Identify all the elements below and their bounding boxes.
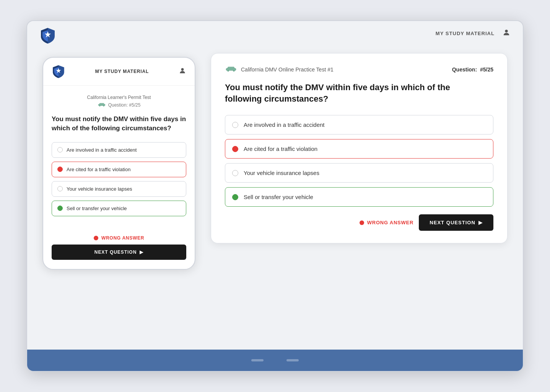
desktop-question-text: You must notify the DMV within five days…: [225, 82, 485, 104]
desktop-option-text-1: Are involved in a traffic accident: [244, 121, 325, 128]
mobile-option-text-4: Sell or transfer your vehicle: [67, 206, 127, 211]
desktop-answer-4[interactable]: Sell or transfer your vehicle: [225, 187, 493, 207]
mobile-answer-1[interactable]: Are involved in a traffic accident: [52, 142, 186, 158]
bottom-indicator-2: [286, 359, 299, 361]
desktop-answer-3[interactable]: Your vehicle insurance lapses: [225, 163, 493, 183]
mobile-next-arrow-icon: ▶: [140, 249, 143, 255]
mobile-mockup: MY STUDY MATERIAL California Learner's P…: [42, 57, 195, 270]
desktop-car-icon: [225, 66, 237, 73]
desktop-dot-1: [232, 122, 238, 128]
desktop-dot-4: [232, 194, 238, 200]
bottom-bar-inner: [251, 359, 299, 361]
desktop-wrong-answer-label: WRONG ANSWER: [360, 220, 414, 225]
desktop-dot-2: [232, 146, 238, 152]
mobile-test-label: California Learner's Permit Test: [52, 95, 186, 100]
mobile-dot-1: [57, 147, 63, 152]
outer-nav: MY STUDY MATERIAL: [27, 21, 523, 45]
desktop-option-text-4: Sell or transfer your vehicle: [244, 194, 313, 200]
desktop-header-left: California DMV Online Practice Test #1: [225, 66, 334, 73]
desktop-option-text-2: Are cited for a traffic violation: [244, 146, 317, 152]
bottom-indicator-1: [251, 359, 264, 361]
svg-point-13: [233, 70, 234, 71]
mobile-next-button[interactable]: NEXT QUESTION ▶: [52, 245, 186, 260]
mobile-question-num-text: Question: #5/25: [108, 102, 141, 108]
svg-point-12: [228, 70, 228, 71]
mobile-question-num: Question: #5/25: [52, 102, 186, 108]
mobile-header-user: [179, 67, 186, 76]
mobile-wrong-dot: [94, 236, 98, 240]
desktop-test-title: California DMV Online Practice Test #1: [241, 66, 334, 73]
bottom-bar: [27, 350, 523, 371]
mobile-dot-4: [57, 206, 63, 211]
car-icon-small: [98, 102, 106, 108]
mobile-option-text-2: Are cited for a traffic violation: [67, 167, 130, 172]
desktop-wrong-dot: [360, 220, 364, 225]
mobile-wrong-answer-label: WRONG ANSWER: [94, 235, 144, 241]
mobile-answer-2[interactable]: Are cited for a traffic violation: [52, 162, 186, 177]
desktop-header: California DMV Online Practice Test #1 Q…: [225, 66, 493, 73]
svg-rect-4: [98, 104, 105, 106]
desktop-question-info: Question: #5/25: [452, 66, 493, 73]
desktop-option-text-3: Your vehicle insurance lapses: [244, 170, 319, 176]
mobile-logo-icon: [52, 65, 65, 78]
mobile-footer: WRONG ANSWER NEXT QUESTION ▶: [43, 229, 195, 269]
outer-nav-title: MY STUDY MATERIAL: [436, 31, 495, 36]
mobile-option-text-1: Are involved in a traffic accident: [67, 147, 137, 153]
mobile-option-text-3: Your vehicle insurance lapses: [67, 186, 132, 192]
mobile-dot-2: [57, 167, 63, 172]
svg-point-1: [505, 29, 508, 32]
main-content: MY STUDY MATERIAL California Learner's P…: [27, 45, 523, 350]
outer-frame: MY STUDY MATERIAL MY STUDY MATERIAL: [26, 20, 524, 372]
desktop-answer-1[interactable]: Are involved in a traffic accident: [225, 115, 493, 134]
outer-nav-logo: [39, 27, 56, 44]
svg-point-3: [181, 68, 184, 71]
mobile-body: California Learner's Permit Test Questio…: [43, 86, 195, 229]
desktop-next-button[interactable]: NEXT QUESTION ▶: [419, 214, 493, 231]
desktop-panel: California DMV Online Practice Test #1 Q…: [211, 53, 508, 243]
mobile-answer-4[interactable]: Sell or transfer your vehicle: [52, 201, 186, 216]
desktop-dot-3: [232, 170, 238, 176]
desktop-answer-2[interactable]: Are cited for a traffic violation: [225, 139, 493, 159]
mobile-answer-3[interactable]: Your vehicle insurance lapses: [52, 181, 186, 197]
mobile-question-text: You must notify the DMV within five days…: [52, 115, 186, 133]
desktop-next-arrow-icon: ▶: [478, 220, 483, 225]
svg-point-8: [103, 105, 104, 106]
mobile-header: MY STUDY MATERIAL: [43, 58, 195, 86]
svg-point-7: [99, 105, 100, 106]
svg-rect-9: [226, 68, 236, 70]
mobile-dot-3: [57, 186, 63, 191]
mobile-header-title: MY STUDY MATERIAL: [95, 69, 149, 74]
desktop-footer: WRONG ANSWER NEXT QUESTION ▶: [225, 214, 493, 231]
outer-nav-user: [502, 28, 511, 39]
